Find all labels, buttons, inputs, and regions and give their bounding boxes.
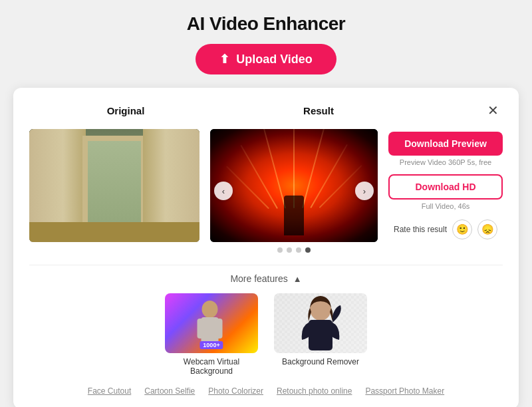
feature-card-webcam[interactable]: 1000+ Webcam Virtual Background — [165, 293, 258, 376]
result-area: ‹ › — [210, 129, 378, 253]
svg-rect-2 — [198, 319, 204, 339]
carousel-dots — [210, 247, 378, 253]
badge-1000: 1000+ — [200, 341, 223, 349]
card-header: Original Result ✕ — [29, 101, 503, 120]
upload-video-button[interactable]: ⬆ Upload Video — [196, 44, 336, 74]
footer-links: Face Cutout Cartoon Selfie Photo Coloriz… — [29, 386, 503, 396]
bg-remover-feature-image — [274, 293, 367, 353]
original-video — [29, 129, 200, 242]
webcam-label: Webcam Virtual Background — [165, 357, 258, 376]
preview-info: Preview Video 360P 5s, free — [400, 158, 491, 166]
webcam-feature-image: 1000+ — [165, 293, 258, 353]
main-card: Original Result ✕ — [13, 88, 519, 407]
bg-remover-label: Background Remover — [274, 357, 367, 366]
footer-link-photo-colorizer[interactable]: Photo Colorizer — [208, 386, 263, 396]
carousel-next-button[interactable]: › — [355, 182, 374, 200]
download-preview-button[interactable]: Download Preview — [388, 132, 503, 156]
svg-rect-3 — [216, 319, 223, 339]
bg-remover-svg — [274, 293, 367, 353]
chevron-up-icon: ▲ — [293, 274, 302, 284]
result-label: Result — [222, 105, 415, 116]
more-features-label: More features — [230, 273, 287, 284]
col-labels: Original Result — [29, 105, 415, 116]
rate-row: Rate this result 🙂 😞 — [394, 219, 497, 239]
carousel-dot-2[interactable] — [287, 247, 292, 253]
footer-link-cartoon-selfie[interactable]: Cartoon Selfie — [144, 386, 195, 396]
page-wrapper: AI Video Enhancer ⬆ Upload Video Origina… — [0, 0, 532, 407]
original-label: Original — [29, 105, 222, 116]
upload-icon: ⬆ — [219, 52, 229, 67]
upload-btn-label: Upload Video — [236, 53, 313, 67]
more-features-row: More features ▲ — [29, 273, 503, 284]
carousel-dot-3[interactable] — [296, 247, 301, 253]
action-panel: Download Preview Preview Video 360P 5s, … — [388, 129, 503, 242]
feature-card-bg-remover[interactable]: Background Remover — [274, 293, 367, 376]
feature-cards: 1000+ Webcam Virtual Background — [29, 293, 503, 376]
carousel-dot-1[interactable] — [277, 247, 283, 253]
svg-rect-10 — [309, 320, 332, 350]
footer-link-face-cutout[interactable]: Face Cutout — [88, 386, 131, 396]
happy-emoji-button[interactable]: 🙂 — [452, 219, 472, 239]
sad-emoji-button[interactable]: 😞 — [477, 219, 497, 239]
result-video-inner — [210, 129, 378, 242]
divider — [29, 265, 503, 265]
close-button[interactable]: ✕ — [483, 101, 503, 120]
original-video-inner — [29, 129, 200, 242]
footer-link-retouch[interactable]: Retouch photo online — [277, 386, 352, 396]
result-figure — [284, 196, 304, 235]
svg-point-0 — [202, 301, 218, 318]
download-hd-button[interactable]: Download HD — [388, 174, 503, 200]
video-section: ‹ › Download Preview Preview Video 360P … — [29, 129, 503, 253]
result-carousel: ‹ › — [210, 129, 378, 253]
rate-label: Rate this result — [394, 225, 447, 234]
result-video — [210, 129, 378, 242]
page-title: AI Video Enhancer — [187, 13, 345, 35]
footer-link-passport[interactable]: Passport Photo Maker — [365, 386, 444, 396]
carousel-prev-button[interactable]: ‹ — [214, 182, 233, 200]
hd-info: Full Video, 46s — [422, 202, 470, 210]
carousel-dot-4[interactable] — [305, 247, 311, 253]
